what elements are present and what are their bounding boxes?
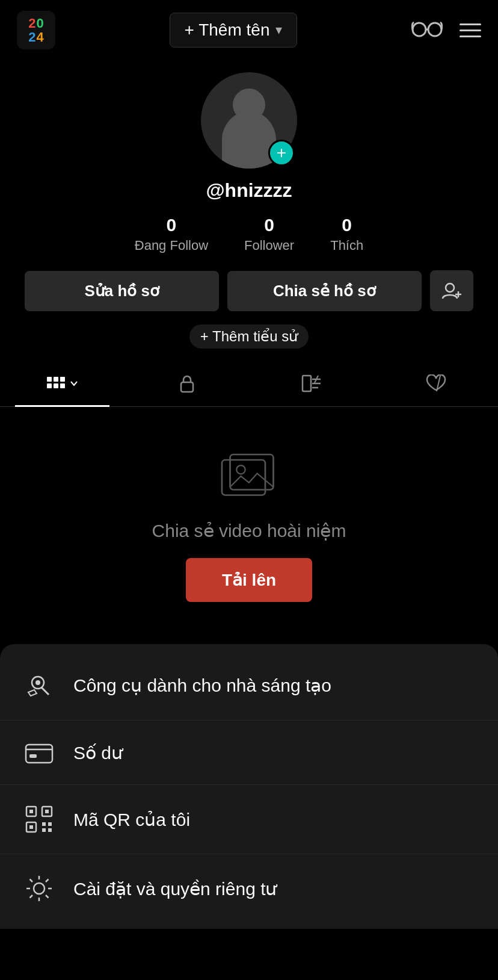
add-bio-button[interactable]: + Thêm tiểu sử: [189, 324, 309, 349]
svg-rect-8: [47, 383, 52, 388]
creator-tools-item[interactable]: Công cụ dành cho nhà sáng tạo: [0, 650, 498, 721]
add-friend-button[interactable]: [430, 270, 473, 311]
upload-button[interactable]: Tải lên: [186, 558, 312, 602]
svg-rect-32: [48, 822, 52, 826]
svg-point-1: [428, 23, 441, 36]
likes-label: Thích: [330, 238, 363, 253]
likes-stat[interactable]: 0 Thích: [330, 215, 363, 253]
share-profile-button[interactable]: Chia sẻ hồ sơ: [227, 271, 422, 311]
svg-rect-30: [29, 825, 33, 829]
followers-label: Follower: [244, 238, 294, 253]
creator-tools-icon: [24, 671, 54, 699]
svg-rect-23: [26, 745, 52, 763]
profile-section: + @hnizzzz 0 Đang Follow 0 Follower 0 Th…: [0, 60, 498, 413]
svg-rect-34: [48, 828, 52, 832]
svg-rect-31: [42, 822, 46, 826]
following-label: Đang Follow: [135, 238, 208, 253]
edit-profile-button[interactable]: Sửa hồ sơ: [25, 271, 219, 311]
likes-count: 0: [342, 215, 352, 235]
grid-icon: [47, 377, 65, 390]
heart-broken-icon: [426, 374, 446, 392]
settings-icon: [24, 875, 54, 902]
empty-content-text: Chia sẻ video hoài niệm: [152, 520, 346, 541]
logo-digit-3: 2: [28, 31, 35, 44]
add-person-icon: [441, 281, 462, 301]
svg-rect-12: [303, 376, 311, 391]
svg-rect-9: [54, 383, 58, 388]
avatar-silhouette: [222, 111, 276, 169]
top-right-actions: [411, 17, 481, 43]
tab-saved[interactable]: [249, 361, 374, 406]
svg-rect-5: [47, 377, 52, 382]
add-name-label: + Thêm tên: [185, 20, 270, 40]
svg-point-0: [413, 23, 426, 36]
chevron-down-icon: ▾: [275, 22, 282, 38]
logo-digit-1: 2: [28, 17, 35, 30]
svg-rect-24: [29, 754, 37, 758]
svg-rect-10: [60, 383, 65, 388]
svg-rect-26: [29, 810, 33, 813]
tab-videos[interactable]: [0, 361, 124, 406]
tab-private[interactable]: [124, 361, 249, 406]
balance-icon: [24, 741, 54, 764]
tab-liked[interactable]: [374, 361, 498, 406]
dropdown-arrow-icon: [70, 379, 78, 388]
followers-stat[interactable]: 0 Follower: [244, 215, 294, 253]
settings-label: Cài đặt và quyền riêng tư: [73, 878, 277, 899]
balance-item[interactable]: Số dư: [0, 721, 498, 785]
following-count: 0: [167, 215, 177, 235]
stats-row: 0 Đang Follow 0 Follower 0 Thích: [135, 215, 363, 253]
empty-gallery-icon: [216, 449, 282, 503]
svg-rect-28: [45, 810, 49, 813]
svg-point-20: [236, 465, 245, 474]
username: @hnizzzz: [206, 179, 292, 202]
logo-digit-4: 4: [37, 31, 44, 44]
svg-rect-6: [54, 377, 58, 382]
qr-code-icon: [24, 805, 54, 833]
lock-icon: [179, 374, 195, 393]
svg-rect-33: [42, 828, 46, 832]
bookmark-icon: [301, 374, 322, 392]
qr-code-item[interactable]: Mã QR của tôi: [0, 785, 498, 854]
app-logo: 2 0 2 4: [17, 11, 55, 49]
glasses-icon[interactable]: [411, 17, 443, 43]
avatar-wrapper: +: [201, 72, 297, 169]
svg-point-35: [34, 883, 45, 894]
action-buttons-row: Sửa hồ sơ Chia sẻ hồ sơ: [25, 270, 473, 311]
settings-item[interactable]: Cài đặt và quyền riêng tư: [0, 854, 498, 923]
svg-point-22: [35, 680, 40, 685]
add-name-button[interactable]: + Thêm tên ▾: [170, 13, 298, 48]
following-stat[interactable]: 0 Đang Follow: [135, 215, 208, 253]
creator-tools-label: Công cụ dành cho nhà sáng tạo: [73, 675, 331, 696]
bottom-sheet: Công cụ dành cho nhà sáng tạo Số dư: [0, 644, 498, 929]
profile-tabs: [0, 361, 498, 407]
svg-point-2: [446, 284, 454, 292]
svg-rect-7: [60, 377, 65, 382]
balance-label: Số dư: [73, 742, 123, 763]
svg-rect-11: [181, 382, 193, 392]
menu-icon[interactable]: [460, 23, 481, 37]
content-area: Chia sẻ video hoài niệm Tải lên: [0, 413, 498, 638]
top-bar: 2 0 2 4 + Thêm tên ▾: [0, 0, 498, 60]
followers-count: 0: [264, 215, 274, 235]
avatar-add-button[interactable]: +: [268, 140, 295, 166]
qr-code-label: Mã QR của tôi: [73, 809, 190, 830]
logo-digit-2: 0: [37, 17, 44, 30]
